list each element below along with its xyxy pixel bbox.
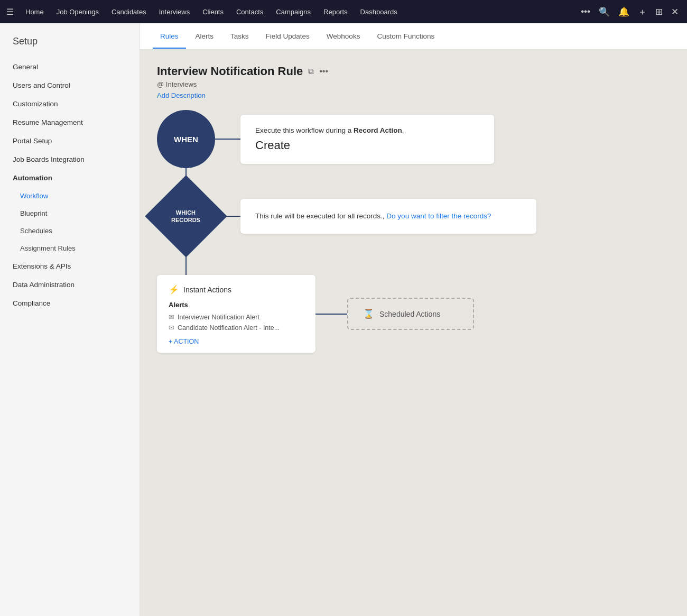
tab-field-updates[interactable]: Field Updates xyxy=(258,25,317,49)
when-desc-prefix: Execute this workflow during a xyxy=(255,126,354,134)
when-label: WHEN xyxy=(174,135,198,144)
which-records-label: WHICHRECORDS xyxy=(171,209,200,224)
alerts-section-title: Alerts xyxy=(169,301,304,309)
alert-label-0: Interviewer Notification Alert xyxy=(178,314,259,321)
which-text: This rule will be executed for all recor… xyxy=(255,212,386,220)
sidebar-item-users-control[interactable]: Users and Control xyxy=(0,76,140,95)
more-options-icon[interactable]: ••• xyxy=(579,4,592,19)
sidebar-item-portal-setup[interactable]: Portal Setup xyxy=(0,132,140,150)
main-content: Rules Alerts Tasks Field Updates Webhook… xyxy=(140,23,687,616)
menu-icon[interactable]: ☰ xyxy=(6,7,14,17)
sidebar-item-job-boards[interactable]: Job Boards Integration xyxy=(0,150,140,169)
tab-custom-functions[interactable]: Custom Functions xyxy=(369,25,442,49)
rule-header: Interview Notification Rule ⧉ ••• @ Inte… xyxy=(157,65,670,99)
more-icon[interactable]: ••• xyxy=(319,67,328,76)
sidebar-title: Setup xyxy=(0,36,140,58)
tabs-bar: Rules Alerts Tasks Field Updates Webhook… xyxy=(140,23,687,50)
top-navigation: ☰ Home Job Openings Candidates Interview… xyxy=(0,0,687,23)
nav-home[interactable]: Home xyxy=(20,5,49,19)
action-connector xyxy=(315,314,347,315)
nav-job-openings[interactable]: Job Openings xyxy=(51,5,104,19)
when-row: WHEN Execute this workflow during a Reco… xyxy=(157,110,494,168)
tab-tasks[interactable]: Tasks xyxy=(223,25,256,49)
nav-reports[interactable]: Reports xyxy=(318,5,353,19)
nav-contacts[interactable]: Contacts xyxy=(231,5,268,19)
rule-subtitle: @ Interviews xyxy=(157,80,670,88)
envelope-icon-0: ✉ xyxy=(169,313,174,321)
alert-item-1: ✉ Candidate Notification Alert - Inte... xyxy=(169,324,304,332)
tab-webhooks[interactable]: Webhooks xyxy=(319,25,368,49)
sidebar-sub-item-blueprint[interactable]: Blueprint xyxy=(0,205,140,222)
rule-title: Interview Notification Rule xyxy=(157,65,303,78)
alert-label-1: Candidate Notification Alert - Inte... xyxy=(178,324,280,332)
settings-icon[interactable]: ✕ xyxy=(669,4,681,20)
which-records-card[interactable]: This rule will be executed for all recor… xyxy=(240,199,536,234)
notification-icon[interactable]: 🔔 xyxy=(616,4,632,20)
alert-item-0: ✉ Interviewer Notification Alert xyxy=(169,313,304,321)
sidebar-item-general[interactable]: General xyxy=(0,58,140,76)
tab-rules[interactable]: Rules xyxy=(153,25,186,49)
lightning-icon: ⚡ xyxy=(169,284,179,295)
when-card[interactable]: Execute this workflow during a Record Ac… xyxy=(240,115,494,164)
instant-actions-label: Instant Actions xyxy=(183,286,231,294)
sidebar-item-customization[interactable]: Customization xyxy=(0,95,140,113)
sidebar-item-data-admin[interactable]: Data Administration xyxy=(0,275,140,294)
hourglass-icon: ⌛ xyxy=(363,308,374,319)
sidebar-section-automation[interactable]: Automation xyxy=(0,169,140,187)
which-records-node[interactable]: WHICHRECORDS xyxy=(145,175,227,258)
nav-campaigns[interactable]: Campaigns xyxy=(271,5,316,19)
nav-clients[interactable]: Clients xyxy=(197,5,229,19)
instant-actions-card[interactable]: ⚡ Instant Actions Alerts ✉ Interviewer N… xyxy=(157,275,315,353)
which-records-row: WHICHRECORDS This rule will be executed … xyxy=(157,187,536,245)
add-description-link[interactable]: Add Description xyxy=(157,91,206,99)
sidebar-sub-item-assignment-rules[interactable]: Assignment Rules xyxy=(0,240,140,257)
envelope-icon-1: ✉ xyxy=(169,324,174,332)
when-node[interactable]: WHEN xyxy=(157,110,215,168)
filter-records-link[interactable]: Do you want to filter the records? xyxy=(386,212,491,220)
sidebar: Setup General Users and Control Customiz… xyxy=(0,23,140,616)
nav-interviews[interactable]: Interviews xyxy=(154,5,196,19)
copy-icon[interactable]: ⧉ xyxy=(308,67,314,76)
add-icon[interactable]: ＋ xyxy=(636,4,649,20)
sidebar-item-resume-management[interactable]: Resume Management xyxy=(0,113,140,132)
workflow-diagram: WHEN Execute this workflow during a Reco… xyxy=(157,110,670,353)
when-card-desc: Execute this workflow during a Record Ac… xyxy=(255,126,479,134)
content-area: Interview Notification Rule ⧉ ••• @ Inte… xyxy=(140,50,687,616)
apps-icon[interactable]: ⊞ xyxy=(653,4,665,20)
nav-dashboards[interactable]: Dashboards xyxy=(355,5,403,19)
search-icon[interactable]: 🔍 xyxy=(597,4,612,20)
sidebar-item-extensions-apis[interactable]: Extensions & APIs xyxy=(0,257,140,275)
actions-row: ⚡ Instant Actions Alerts ✉ Interviewer N… xyxy=(157,275,474,353)
tab-alerts[interactable]: Alerts xyxy=(188,25,221,49)
add-action-link[interactable]: + ACTION xyxy=(169,338,304,345)
sidebar-item-compliance[interactable]: Compliance xyxy=(0,294,140,312)
when-desc-bold: Record Action xyxy=(354,126,402,134)
sidebar-sub-item-schedules[interactable]: Schedules xyxy=(0,222,140,240)
when-connector xyxy=(215,139,240,140)
instant-actions-title: ⚡ Instant Actions xyxy=(169,284,304,295)
nav-candidates[interactable]: Candidates xyxy=(106,5,152,19)
scheduled-actions-label: Scheduled Actions xyxy=(379,310,440,318)
scheduled-actions-card[interactable]: ⌛ Scheduled Actions xyxy=(347,298,474,330)
when-desc-suffix: . xyxy=(402,126,404,134)
when-card-value: Create xyxy=(255,139,479,152)
sidebar-sub-item-workflow[interactable]: Workflow xyxy=(0,187,140,205)
